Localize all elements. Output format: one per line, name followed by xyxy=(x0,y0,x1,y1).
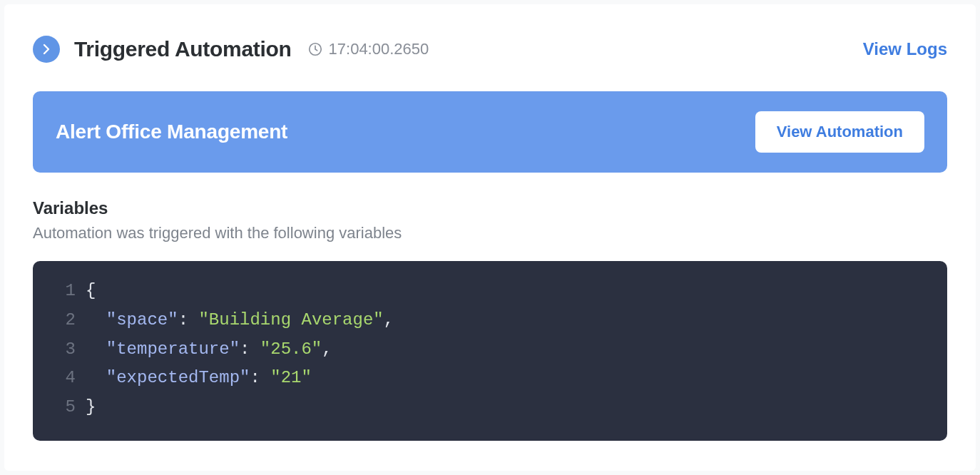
line-number: 5 xyxy=(51,393,76,422)
code-content: "expectedTemp": "21" xyxy=(86,364,312,393)
clock-icon xyxy=(307,41,323,57)
code-line: 4 "expectedTemp": "21" xyxy=(51,364,929,393)
header-left: Triggered Automation 17:04:00.2650 xyxy=(33,36,429,63)
line-number: 2 xyxy=(51,306,76,335)
automation-bar: Alert Office Management View Automation xyxy=(33,91,947,173)
line-number: 4 xyxy=(51,364,76,393)
timestamp-group: 17:04:00.2650 xyxy=(307,40,429,58)
line-number: 3 xyxy=(51,335,76,364)
header-row: Triggered Automation 17:04:00.2650 View … xyxy=(33,36,947,63)
automation-name: Alert Office Management xyxy=(56,121,287,143)
variables-subtitle: Automation was triggered with the follow… xyxy=(33,224,947,242)
code-content: "space": "Building Average", xyxy=(86,306,394,335)
code-content: { xyxy=(86,277,96,306)
line-number: 1 xyxy=(51,277,76,306)
code-line: 3 "temperature": "25.6", xyxy=(51,335,929,364)
variables-section: Variables Automation was triggered with … xyxy=(33,198,947,441)
code-line: 1{ xyxy=(51,277,929,306)
chevron-right-icon[interactable] xyxy=(33,36,60,63)
code-block: 1{2 "space": "Building Average",3 "tempe… xyxy=(33,261,947,441)
code-line: 2 "space": "Building Average", xyxy=(51,306,929,335)
code-content: "temperature": "25.6", xyxy=(86,335,332,364)
view-logs-link[interactable]: View Logs xyxy=(863,39,947,59)
view-automation-button[interactable]: View Automation xyxy=(755,111,924,153)
page-title: Triggered Automation xyxy=(74,37,292,61)
timestamp: 17:04:00.2650 xyxy=(329,40,429,58)
automation-event-card: Triggered Automation 17:04:00.2650 View … xyxy=(4,4,976,471)
variables-title: Variables xyxy=(33,198,947,218)
code-content: } xyxy=(86,393,96,422)
code-line: 5} xyxy=(51,393,929,422)
